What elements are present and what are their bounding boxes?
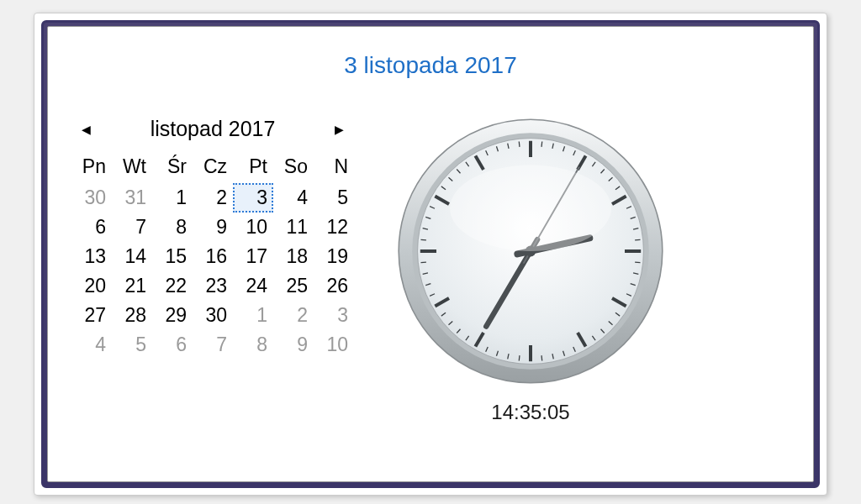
calendar-day-cell[interactable]: 9 [273, 330, 314, 360]
calendar-day-cell[interactable]: 30 [71, 183, 112, 213]
svg-line-19 [635, 262, 640, 263]
calendar-day-cell[interactable]: 2 [193, 183, 233, 213]
calendar-day-cell[interactable]: 5 [112, 330, 152, 360]
calendar-grid: PnWtŚrCzPtSoN303112345678910111213141516… [71, 153, 354, 360]
calendar-day-cell[interactable]: 19 [314, 242, 354, 271]
calendar-day-cell[interactable]: 24 [233, 271, 273, 301]
svg-line-4 [541, 142, 542, 147]
calendar-day-header: Pn [71, 153, 112, 183]
svg-line-47 [421, 262, 426, 263]
calendar-header: ◀ listopad 2017 ▶ [71, 117, 354, 141]
calendar-day-cell[interactable]: 25 [273, 271, 314, 301]
calendar-day-cell[interactable]: 4 [71, 330, 112, 360]
calendar-day-cell[interactable]: 1 [152, 183, 193, 213]
calendar-day-cell[interactable]: 28 [112, 301, 152, 330]
calendar-day-cell[interactable]: 12 [314, 213, 354, 242]
calendar-day-header: Cz [193, 153, 233, 183]
svg-line-49 [421, 239, 426, 240]
screenshot-frame: 3 listopada 2017 ◀ listopad 2017 ▶ PnWtŚ… [34, 13, 827, 496]
calendar-day-cell[interactable]: 31 [112, 183, 152, 213]
calendar-day-cell[interactable]: 20 [71, 271, 112, 301]
calendar-month-label[interactable]: listopad 2017 [151, 117, 276, 141]
date-time-popup: 3 listopada 2017 ◀ listopad 2017 ▶ PnWtŚ… [47, 26, 814, 482]
calendar-day-cell[interactable]: 2 [273, 301, 314, 330]
svg-line-34 [519, 355, 520, 360]
calendar-day-cell[interactable]: 7 [112, 213, 152, 242]
calendar-day-cell[interactable]: 11 [273, 213, 314, 242]
calendar-day-cell[interactable]: 1 [233, 301, 273, 330]
calendar-day-cell[interactable]: 8 [152, 213, 193, 242]
digital-time: 14:35:05 [491, 401, 569, 424]
prev-month-arrow-icon[interactable]: ◀ [77, 121, 96, 138]
calendar: ◀ listopad 2017 ▶ PnWtŚrCzPtSoN303112345… [71, 117, 354, 360]
calendar-day-cell[interactable]: 5 [314, 183, 354, 213]
calendar-day-cell[interactable]: 23 [193, 271, 233, 301]
svg-point-67 [450, 165, 611, 251]
content-row: ◀ listopad 2017 ▶ PnWtŚrCzPtSoN303112345… [71, 117, 790, 424]
calendar-day-cell[interactable]: 18 [273, 242, 314, 271]
calendar-day-cell[interactable]: 6 [71, 213, 112, 242]
svg-line-62 [519, 142, 520, 147]
calendar-day-cell[interactable]: 17 [233, 242, 273, 271]
calendar-day-cell[interactable]: 8 [233, 330, 273, 360]
clock-pane: 14:35:05 [396, 117, 665, 424]
calendar-day-cell[interactable]: 16 [193, 242, 233, 271]
calendar-day-header: Pt [233, 153, 273, 183]
analog-clock [396, 117, 665, 386]
calendar-day-cell[interactable]: 4 [273, 183, 314, 213]
calendar-day-cell[interactable]: 10 [314, 330, 354, 360]
calendar-day-cell[interactable]: 3 [314, 301, 354, 330]
calendar-day-cell[interactable]: 7 [193, 330, 233, 360]
calendar-day-cell[interactable]: 13 [71, 242, 112, 271]
calendar-day-header: N [314, 153, 354, 183]
svg-line-32 [541, 355, 542, 360]
calendar-day-cell[interactable]: 21 [112, 271, 152, 301]
calendar-day-cell[interactable]: 27 [71, 301, 112, 330]
calendar-day-cell[interactable]: 3 [233, 183, 273, 213]
calendar-day-cell[interactable]: 9 [193, 213, 233, 242]
calendar-day-cell[interactable]: 15 [152, 242, 193, 271]
calendar-day-cell[interactable]: 14 [112, 242, 152, 271]
calendar-day-cell[interactable]: 30 [193, 301, 233, 330]
calendar-day-cell[interactable]: 29 [152, 301, 193, 330]
window-frame: 3 listopada 2017 ◀ listopad 2017 ▶ PnWtŚ… [41, 20, 820, 488]
calendar-day-cell[interactable]: 26 [314, 271, 354, 301]
calendar-day-cell[interactable]: 10 [233, 213, 273, 242]
calendar-day-header: Wt [112, 153, 152, 183]
current-date-title: 3 listopada 2017 [71, 52, 790, 79]
svg-line-17 [635, 239, 640, 240]
calendar-day-cell[interactable]: 6 [152, 330, 193, 360]
next-month-arrow-icon[interactable]: ▶ [330, 121, 349, 138]
calendar-day-header: So [273, 153, 314, 183]
calendar-day-cell[interactable]: 22 [152, 271, 193, 301]
calendar-day-header: Śr [152, 153, 193, 183]
